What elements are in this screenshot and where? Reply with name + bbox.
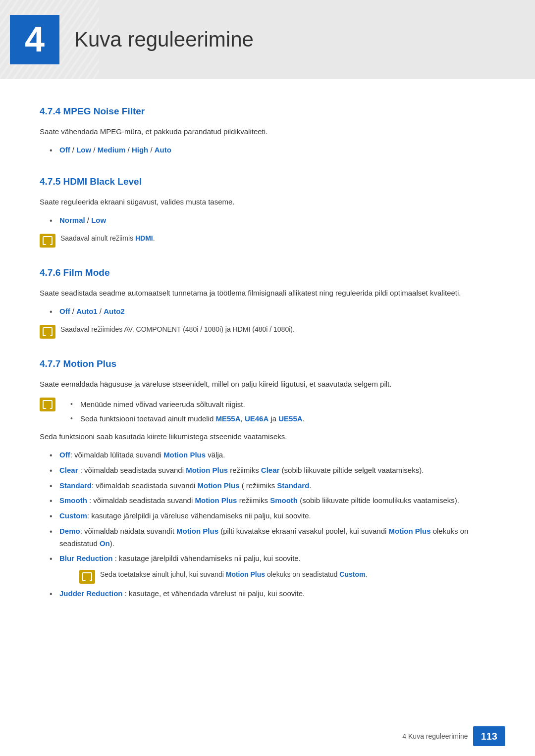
list-item-custom: Custom: kasutage järelpildi ja väreluse … xyxy=(50,510,495,522)
motion-option-standard: Standard xyxy=(59,481,92,490)
section-4-7-7-description: Saate eemaldada hägususe ja väreluse sts… xyxy=(40,378,495,391)
note-box-4-7-6: Saadaval režiimides AV, COMPONENT (480i … xyxy=(40,324,495,339)
blur-note-box: Seda toetatakse ainult juhul, kui suvand… xyxy=(79,569,495,584)
page-title: Kuva reguleerimine xyxy=(74,23,254,56)
model-ue55a: UE55A xyxy=(278,414,302,423)
page-wrapper: 4 Kuva reguleerimine 4.7.4 MPEG Noise Fi… xyxy=(0,0,535,756)
model-ue46a: UE46A xyxy=(245,414,268,423)
motion-plus-ref-demo2: Motion Plus xyxy=(389,527,431,535)
footer-chapter-label: 4 Kuva reguleerimine xyxy=(402,731,468,742)
motion-option-custom: Custom xyxy=(59,511,87,520)
option-auto2: Auto2 xyxy=(104,307,125,315)
list-item: Off / Auto1 / Auto2 xyxy=(50,305,495,318)
note-icon-inner-film xyxy=(43,327,53,336)
motion-option-blur: Blur Reduction xyxy=(59,554,113,562)
model-me55a: ME55A xyxy=(216,414,241,423)
list-item-clear: Clear : võimaldab seadistada suvandi Mot… xyxy=(50,464,495,477)
chapter-number-box: 4 xyxy=(10,15,59,64)
option-auto: Auto xyxy=(155,146,171,154)
section-4-7-5-options: Normal / Low xyxy=(50,214,495,227)
option-off: Off xyxy=(59,146,70,154)
option-low: Low xyxy=(76,146,91,154)
motion-plus-ref-clear: Motion Plus xyxy=(186,466,228,474)
list-item-smooth: Smooth : võimaldab seadistada suvandi Mo… xyxy=(50,495,495,507)
option-off-film: Off xyxy=(59,307,70,315)
note-text-4-7-5: Saadaval ainult režiimis HDMI. xyxy=(60,233,155,244)
footer-page-number: 113 xyxy=(473,726,505,746)
motion-option-demo: Demo xyxy=(59,527,80,535)
section-4-7-5-description: Saate reguleerida ekraani sügavust, vali… xyxy=(40,196,495,208)
motion-plus-blur-ref: Motion Plus xyxy=(226,570,265,578)
note-icon-motion xyxy=(40,398,55,411)
motion-smooth-ref: Smooth xyxy=(270,496,298,504)
list-item-standard: Standard: võimaldab seadistada suvandi M… xyxy=(50,480,495,492)
motion-option-off: Off xyxy=(59,451,70,459)
custom-blur-ref: Custom xyxy=(339,570,365,578)
motion-option-clear: Clear xyxy=(59,466,78,474)
note-icon-blur xyxy=(79,570,95,584)
list-item-judder: Judder Reduction : kasutage, et vähendad… xyxy=(50,588,495,600)
section-heading-4-7-6: 4.7.6 Film Mode xyxy=(40,265,495,280)
list-item: Normal / Low xyxy=(50,214,495,227)
option-medium: Medium xyxy=(98,146,126,154)
section-4-7-4-description: Saate vähendada MPEG-müra, et pakkuda pa… xyxy=(40,126,495,138)
section-4-7-6-description: Saate seadistada seadme automaatselt tun… xyxy=(40,287,495,300)
list-item-demo: Demo: võimaldab näidata suvandit Motion … xyxy=(50,525,495,550)
page-header: 4 Kuva reguleerimine xyxy=(0,0,535,79)
motion-option-judder: Judder Reduction xyxy=(59,589,123,598)
note-icon xyxy=(40,234,55,248)
list-item-off: Off: võimaldab lülitada suvandi Motion P… xyxy=(50,449,495,461)
option-normal: Normal xyxy=(59,216,85,224)
section-4-7-6-options: Off / Auto1 / Auto2 xyxy=(50,305,495,318)
list-item: Seda funktsiooni toetavad ainult mudelid… xyxy=(70,413,305,425)
list-item: Menüüde nimed võivad varieeruda sõltuval… xyxy=(70,399,305,411)
main-content: 4.7.4 MPEG Noise Filter Saate vähendada … xyxy=(0,79,535,636)
list-item-blur: Blur Reduction : kasutage järelpildi väh… xyxy=(50,553,495,584)
motion-clear-ref: Clear xyxy=(261,466,280,474)
note-icon-film xyxy=(40,325,55,339)
motion-options-list: Off: võimaldab lülitada suvandi Motion P… xyxy=(50,449,495,600)
motion-note-bullets: Menüüde nimed võivad varieeruda sõltuval… xyxy=(70,399,305,427)
section-heading-4-7-5: 4.7.5 HDMI Black Level xyxy=(40,174,495,189)
motion-plus-ref-smooth: Motion Plus xyxy=(195,496,237,504)
motion-plus-ref-demo: Motion Plus xyxy=(176,527,218,535)
section-heading-4-7-4: 4.7.4 MPEG Noise Filter xyxy=(40,104,495,119)
motion-option-smooth: Smooth xyxy=(59,496,87,504)
motion-standard-ref: Standard xyxy=(277,481,309,490)
option-low-hdmi: Low xyxy=(91,216,106,224)
note-icon-inner xyxy=(43,236,53,245)
chapter-number: 4 xyxy=(25,11,45,68)
section-4-7-4-options: Off / Low / Medium / High / Auto xyxy=(50,144,495,156)
note-icon-inner-motion xyxy=(43,400,53,409)
motion-note-area: Menüüde nimed võivad varieeruda sõltuval… xyxy=(40,397,495,429)
note-box-4-7-5: Saadaval ainult režiimis HDMI. xyxy=(40,233,495,248)
option-high: High xyxy=(132,146,148,154)
motion-plus-ref-off: Motion Plus xyxy=(163,451,206,459)
motion-plus-ref-standard: Motion Plus xyxy=(197,481,239,490)
section-heading-4-7-7: 4.7.7 Motion Plus xyxy=(40,356,495,371)
motion-extra-text: Seda funktsiooni saab kasutada kiirete l… xyxy=(40,431,495,443)
motion-on-ref: On xyxy=(100,539,110,548)
note-bold-hdmi: HDMI xyxy=(135,234,153,242)
blur-note-text: Seda toetatakse ainult juhul, kui suvand… xyxy=(100,569,367,580)
note-icon-inner-blur xyxy=(82,572,92,581)
list-item: Off / Low / Medium / High / Auto xyxy=(50,144,495,156)
page-footer: 4 Kuva reguleerimine 113 xyxy=(402,726,505,746)
note-text-4-7-6: Saadaval režiimides AV, COMPONENT (480i … xyxy=(60,324,295,335)
option-auto1: Auto1 xyxy=(76,307,98,315)
